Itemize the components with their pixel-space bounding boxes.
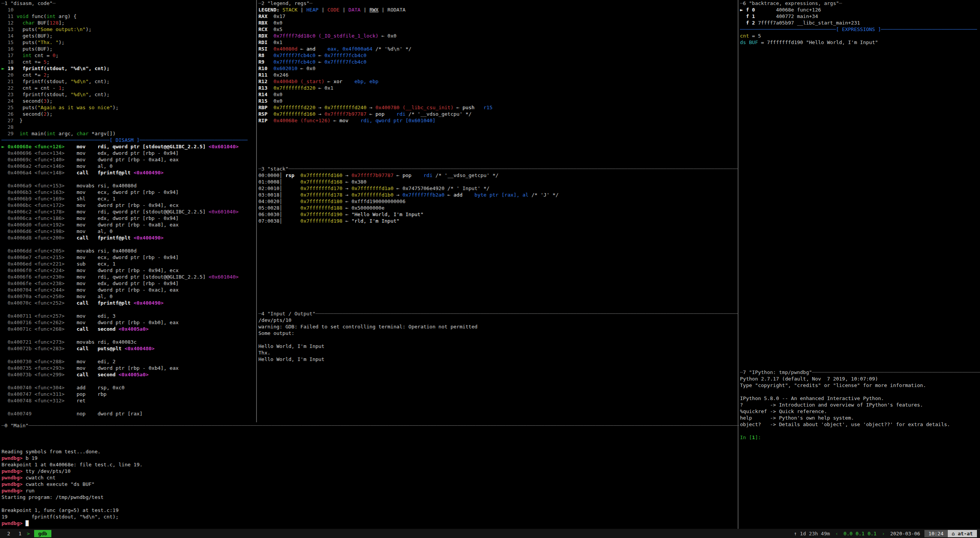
terminal-line: Breakpoint 1, func (arg=5) at test.c:19 — [2, 507, 739, 513]
terminal-line: 05:0028│ 0x7fffffffd188 ← 0x50000000e — [258, 205, 739, 211]
terminal-line: pwndbg> cwatch cnt — [2, 474, 739, 481]
status-right: ↑ 1d 23h 49m ‹ 0.0 0.1 0.1 › 2020-03-06 … — [793, 530, 977, 537]
terminal-line: R9 0x7ffff7fcb4c0 ← 0x7ffff7fcb4c0 — [258, 59, 739, 65]
terminal-line: Python 2.7.17 (default, Nov 7 2019, 10:0… — [740, 376, 980, 382]
terminal-line: Type "copyright", "credits" or "license"… — [740, 382, 980, 389]
tmux-status-bar: 2 1 > gdb ↑ 1d 23h 49m ‹ 0.0 0.1 0.1 › 2… — [0, 529, 980, 538]
pane-backtrace-expressions[interactable]: ─6 "backtrace, expressions, args"─ ► f 0… — [738, 0, 980, 369]
terminal-line: warning: GDB: Failed to set controlling … — [258, 323, 739, 330]
session-name: 2 — [3, 530, 14, 537]
pane-input-output[interactable]: ─4 "Input / Output"─────────────────────… — [257, 310, 739, 422]
terminal-line: 0x4006f0 <func+224> mov dword ptr [rbp -… — [2, 267, 258, 274]
terminal-line: R8 0x7ffff7fcb4c0 ← 0x7ffff7fcb4c0 — [258, 52, 739, 59]
terminal-line: 18 cnt += 5; — [2, 59, 258, 65]
pane-border-vertical-left — [256, 0, 257, 422]
terminal-line: 17 int cnt = 0; — [2, 52, 258, 59]
terminal-line: 07:0038│ 0x7fffffffd198 ← "rld, I'm Inpu… — [258, 218, 739, 224]
load-bracket-close: › — [878, 530, 886, 537]
terminal-line: 0x40072b <func+283> call puts@plt <0x400… — [2, 345, 258, 352]
terminal-line: 0x4006d6 <func+198> mov al, 0 — [2, 228, 258, 235]
terminal-line: 0x4006a2 <func+146> mov al, 0 — [2, 163, 258, 169]
window-flag: > — [26, 530, 34, 537]
terminal-line — [2, 500, 739, 507]
terminal-line: 25 puts("Again as it was so nice"); — [2, 104, 258, 111]
terminal-line: ► 0x40068e <func+126> mov rdi, qword ptr… — [2, 143, 258, 150]
terminal-line: 0x400704 <func+244> mov dword ptr [rbp -… — [2, 287, 258, 293]
terminal-line: 0x40071c <func+268> call second <0x4005a… — [2, 326, 258, 332]
terminal-line: 29 int main(int argc, char *argv[]) — [2, 130, 258, 137]
pane-title-input-output: ─4 "Input / Output"─────────────────────… — [258, 310, 739, 317]
terminal-line: 0x400730 <func+288> mov edi, 2 — [2, 358, 258, 365]
terminal-line: Breakpoint 1 at 0x40068e: file test.c, l… — [2, 461, 739, 468]
stack-content: 00:0000│ rsp 0x7fffffffd160 → 0x7ffff7b9… — [258, 172, 739, 224]
terminal-line: 0x4006d8 <func+200> call fprintf@plt <0x… — [2, 235, 258, 241]
terminal-line: 0x4006c2 <func+178> mov rdi, qword ptr [… — [2, 208, 258, 215]
registers-content: LEGEND: STACK | HEAP | CODE | DATA | RWX… — [258, 7, 739, 124]
terminal-line: 0x4006bc <func+172> mov dword ptr [rbp -… — [2, 202, 258, 208]
pane-stack[interactable]: ─3 "stack"──────────────────────────────… — [257, 166, 739, 310]
terminal-line: object? -> Details about 'object', use '… — [740, 421, 980, 428]
terminal-line: 0x400711 <func+257> mov edi, 3 — [2, 313, 258, 319]
terminal-line: 0x400740 <func+304> add rsp, 0xc0 — [2, 384, 258, 391]
window-tab-gdb[interactable]: gdb — [34, 530, 51, 537]
terminal-line: In [1]: — [740, 434, 980, 441]
terminal-line: ────────────────────────────────[ EXPRES… — [740, 26, 980, 33]
terminal-line: IPython 5.8.0 -- An enhanced Interactive… — [740, 395, 980, 402]
terminal-line: ds BUF = 7fffffffd190 "Hello World, I'm … — [740, 39, 980, 46]
date: 2020-03-06 — [886, 530, 924, 537]
pane-title-disasm-code: ─1 "disasm, code"─ — [2, 0, 258, 7]
terminal-line: 0x400696 <func+134> mov edx, dword ptr [… — [2, 150, 258, 156]
pane-title-ipython: ─7 "IPython: tmp/pwndbg"────────────────… — [740, 369, 980, 376]
hostname: ⌂ at-at — [948, 530, 977, 537]
terminal-line: RSI 0x40080d ← and eax, 0x4f000a64 /* '%… — [258, 46, 739, 52]
terminal-line — [2, 442, 739, 448]
pane-title-main: ─0 "Main"───────────────────────────────… — [2, 422, 739, 429]
terminal-line: ────────────────────────────────────[ DI… — [2, 137, 258, 143]
terminal-line: ? -> Introduction and overview of IPytho… — [740, 402, 980, 408]
uptime: ↑ 1d 23h 49m — [793, 530, 834, 537]
status-left: 2 1 > gdb — [3, 530, 51, 537]
pane-main-gdb-console[interactable]: ─0 "Main"───────────────────────────────… — [0, 422, 739, 529]
terminal-line: 0x4006ca <func+186> mov edx, dword ptr [… — [2, 215, 258, 221]
load-bracket-open: ‹ — [834, 530, 842, 537]
pane-title-legend-regs: ─2 "legend, regs"─ — [258, 0, 739, 7]
ipython-content: Python 2.7.17 (default, Nov 7 2019, 10:0… — [740, 376, 980, 441]
terminal-line: 20 cnt *= 2; — [2, 72, 258, 78]
terminal-line: 0x400748 <func+312> ret — [2, 397, 258, 404]
pane-title-stack: ─3 "stack"──────────────────────────────… — [258, 166, 739, 172]
terminal-line — [2, 404, 258, 410]
terminal-line: 0x4006b9 <func+169> shl ecx, 1 — [2, 195, 258, 202]
pane-title-backtrace: ─6 "backtrace, expressions, args"─ — [740, 0, 980, 7]
terminal-line: Hello World, I'm Input — [258, 343, 739, 349]
terminal-line: Hello World, I'm Input — [258, 356, 739, 362]
terminal-line: 02:0010│ 0x7fffffffd170 → 0x7fffffffd1a0… — [258, 185, 739, 192]
terminal-line: pwndbg> b 19 — [2, 455, 739, 461]
pane-disasm-code[interactable]: ─1 "disasm, code"─ 10 11 void func(int a… — [0, 0, 258, 422]
terminal-line: 0x400747 <func+311> pop rbp — [2, 391, 258, 397]
terminal-line: 0x4006a9 <func+153> movabs rsi, 0x40080d — [2, 182, 258, 189]
terminal-line: 21 fprintf(stdout, "%d\n", cnt); — [2, 78, 258, 85]
terminal-line: Starting program: /tmp/pwndbg/test — [2, 494, 739, 500]
gdb-console-content: Reading symbols from test...done.pwndbg>… — [2, 429, 739, 527]
pane-ipython[interactable]: ─7 "IPython: tmp/pwndbg"────────────────… — [738, 369, 980, 529]
terminal-line: R12 0x4004b0 (_start) ← xor ebp, ebp — [258, 78, 739, 85]
terminal-line — [740, 389, 980, 395]
terminal-line: 0x40073b <func+299> call second <0x4005a… — [2, 371, 258, 378]
terminal-line: 0x4006d0 <func+192> mov dword ptr [rbp -… — [2, 221, 258, 228]
terminal-line: 0x4006e7 <func+215> mov ecx, dword ptr [… — [2, 254, 258, 261]
source-and-disasm-content: 10 11 void func(int arg) { 12 char BUF[1… — [2, 7, 258, 417]
terminal-line: 22 cnt = cnt - 1; — [2, 85, 258, 91]
terminal-line: /dev/pts/10 — [258, 317, 739, 323]
terminal-line: 0x4006f6 <func+230> mov rdi, qword ptr [… — [2, 274, 258, 280]
terminal-line — [2, 241, 258, 248]
terminal-line: %quickref -> Quick reference. — [740, 408, 980, 415]
terminal-line: 0x4006ed <func+221> sub ecx, 1 — [2, 261, 258, 267]
terminal-line: 10 — [2, 7, 258, 13]
terminal-line: 28 — [2, 124, 258, 130]
terminal-line: RAX 0x17 — [258, 13, 739, 20]
pane-legend-regs[interactable]: ─2 "legend, regs"─ LEGEND: STACK | HEAP … — [257, 0, 739, 166]
load-average: 0.0 0.1 0.1 — [842, 530, 878, 537]
terminal-line: ► 19 fprintf(stdout, "%d\n", cnt); — [2, 65, 258, 72]
terminal-line — [2, 306, 258, 313]
terminal-line: RBX 0x0 — [258, 20, 739, 26]
